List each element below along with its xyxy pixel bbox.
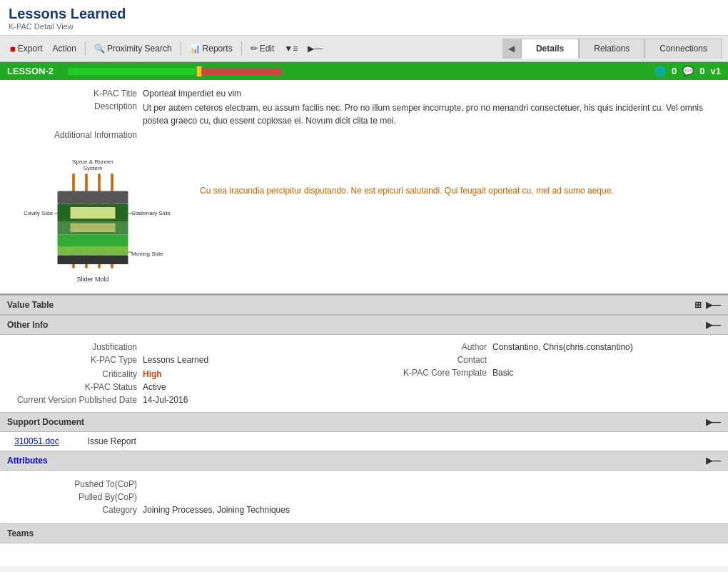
- dropdown-arrow-button[interactable]: ▼≡: [280, 41, 302, 56]
- description-label: Description: [14, 101, 143, 127]
- chat-icon: 💬: [682, 66, 694, 76]
- description-value: Ut per autem ceteros electram, eu assum …: [143, 101, 714, 127]
- lesson-progress: [68, 68, 640, 75]
- globe-count: 0: [672, 66, 677, 76]
- svg-rect-14: [71, 224, 116, 233]
- support-doc-collapse-icon[interactable]: ▶—: [706, 417, 721, 427]
- contact-row: Contact: [364, 355, 714, 365]
- other-info-header: Other Info ▶—: [0, 315, 728, 335]
- proximity-search-button[interactable]: 🔍 Proximity Search: [90, 41, 176, 56]
- lesson-id: LESSON-2: [7, 66, 54, 76]
- version-label: v1: [711, 66, 721, 76]
- category-label: Category: [14, 505, 143, 515]
- value-table-collapse-icon[interactable]: ▶—: [706, 300, 721, 310]
- author-row: Author Constantino, Chris(chris.constant…: [364, 342, 714, 352]
- value-table-title: Value Table: [7, 300, 54, 310]
- other-info-right: Author Constantino, Chris(chris.constant…: [364, 339, 714, 408]
- attributes-collapse-icon[interactable]: ▶—: [706, 456, 721, 466]
- criticality-label: Criticality: [14, 369, 143, 379]
- tab-relations[interactable]: Relations: [579, 39, 644, 59]
- tab-area: ◀ Details Relations Connections: [502, 39, 722, 59]
- tab-details[interactable]: Details: [521, 39, 579, 59]
- additional-info-label: Additional Information: [14, 130, 143, 140]
- svg-rect-15: [58, 235, 128, 246]
- justification-label: Justification: [14, 342, 143, 352]
- collapse-toolbar-button[interactable]: ▶—: [303, 41, 327, 56]
- kpac-status-row: K-PAC Status Active: [14, 382, 364, 392]
- support-doc-header: Support Document ▶—: [0, 412, 728, 432]
- export-button[interactable]: ■ Export: [6, 41, 47, 56]
- author-value: Constantino, Chris(chris.constantino): [492, 342, 714, 352]
- mold-diagram: Sprue & Runner System Cavity Side Statio…: [14, 156, 171, 284]
- pushed-to-row: Pushed To(CoP): [14, 479, 714, 489]
- collapse-toolbar-icon: ▶—: [308, 44, 323, 54]
- pulled-by-label: Pulled By(CoP): [14, 492, 143, 502]
- svg-rect-16: [58, 246, 128, 256]
- kpac-core-template-value: Basic: [492, 368, 714, 378]
- kpac-type-label: K-PAC Type: [14, 355, 143, 365]
- kpac-title-value: Oporteat imperdiet eu vim: [143, 89, 714, 99]
- other-info-section: Other Info ▶— Justification K-PAC Type L…: [0, 315, 728, 412]
- reports-button[interactable]: 📊 Reports: [186, 41, 237, 56]
- progress-fill: [68, 68, 196, 75]
- svg-text:Slider Mold: Slider Mold: [76, 276, 108, 283]
- edit-button[interactable]: ✏ Edit: [246, 41, 279, 56]
- action-button[interactable]: Action: [49, 41, 81, 56]
- other-info-collapse-icon[interactable]: ▶—: [706, 320, 721, 330]
- justification-row: Justification: [14, 342, 364, 352]
- progress-track: [68, 68, 282, 75]
- expand-table-icon[interactable]: ⊞: [694, 300, 702, 310]
- tab-connections[interactable]: Connections: [644, 39, 722, 59]
- edit-icon: ✏: [251, 44, 258, 54]
- value-table-header: Value Table ⊞ ▶—: [0, 295, 728, 315]
- pushed-to-label: Pushed To(CoP): [14, 479, 143, 489]
- category-row: Category Joining Processes, Joining Tech…: [14, 505, 714, 515]
- support-doc-actions: ▶—: [706, 417, 721, 427]
- author-label: Author: [364, 342, 492, 352]
- svg-rect-8: [71, 207, 116, 219]
- app-subtitle: K-PAC Detail View: [9, 22, 719, 31]
- kpac-title-section: K-PAC Title Oporteat imperdiet eu vim De…: [0, 80, 728, 149]
- kpac-core-template-label: K-PAC Core Template: [364, 368, 492, 378]
- contact-label: Contact: [364, 355, 492, 365]
- value-table-section: Value Table ⊞ ▶—: [0, 293, 728, 315]
- proximity-search-icon: 🔍: [94, 44, 105, 54]
- teams-section: Teams: [0, 523, 728, 543]
- other-info-left: Justification K-PAC Type Lessons Learned…: [14, 339, 364, 408]
- svg-text:Sprue & Runner: Sprue & Runner: [72, 159, 113, 165]
- progress-marker: [196, 66, 202, 77]
- export-icon: ■: [10, 44, 16, 54]
- main-content: LESSON-2 🌐 0 💬 0 v1 K-PAC Title Oporteat…: [0, 62, 728, 566]
- teams-header: Teams: [0, 523, 728, 543]
- pulled-by-value: [143, 492, 714, 502]
- toolbar-divider-3: [241, 41, 242, 56]
- kpac-type-row: K-PAC Type Lessons Learned: [14, 355, 364, 365]
- svg-text:Cavity Side: Cavity Side: [24, 210, 53, 216]
- category-value: Joining Processes, Joining Techniques: [143, 505, 714, 515]
- description-row: Description Ut per autem ceteros electra…: [14, 101, 714, 127]
- teams-title: Teams: [7, 528, 34, 538]
- doc-row: 310051.doc Issue Report: [0, 432, 728, 451]
- kpac-status-label: K-PAC Status: [14, 382, 143, 392]
- svg-rect-23: [58, 256, 128, 265]
- diagram-description: Cu sea iracundia percipitur disputando. …: [200, 156, 714, 198]
- lesson-bar-right: 🌐 0 💬 0 v1: [654, 66, 721, 76]
- tab-collapse-button[interactable]: ◀: [502, 39, 521, 59]
- svg-text:Moving Side: Moving Side: [131, 251, 163, 257]
- doc-type: Issue Report: [88, 436, 136, 446]
- diagram-container: Sprue & Runner System Cavity Side Statio…: [14, 156, 186, 286]
- additional-info-row: Additional Information: [14, 130, 714, 140]
- app-header: Lessons Learned K-PAC Detail View: [0, 0, 728, 36]
- doc-link[interactable]: 310051.doc: [14, 436, 59, 446]
- pulled-by-row: Pulled By(CoP): [14, 492, 714, 502]
- kpac-status-value: Active: [143, 382, 364, 392]
- diagram-section: Sprue & Runner System Cavity Side Statio…: [0, 149, 728, 293]
- contact-value: [492, 355, 714, 365]
- other-info-actions: ▶—: [706, 320, 721, 330]
- svg-rect-6: [58, 191, 128, 204]
- chat-count: 0: [699, 66, 704, 76]
- kpac-core-template-row: K-PAC Core Template Basic: [364, 368, 714, 378]
- justification-value: [143, 342, 364, 352]
- globe-icon: 🌐: [654, 66, 666, 76]
- criticality-value: High: [143, 369, 364, 379]
